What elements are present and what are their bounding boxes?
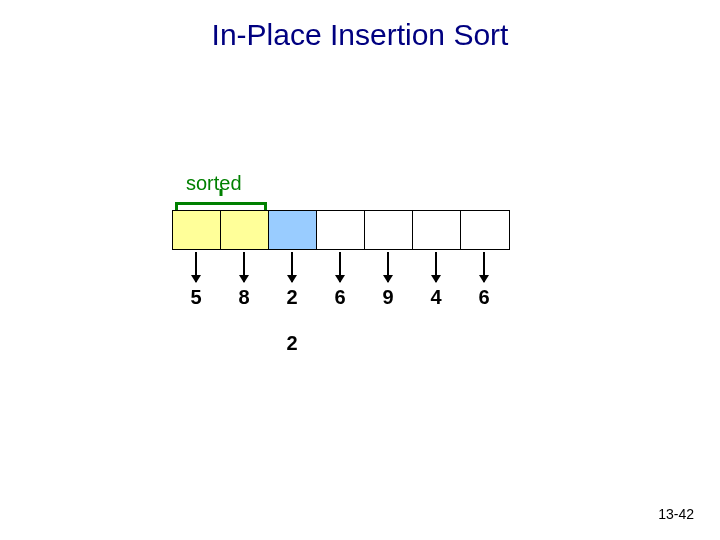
down-arrow-icon [483,252,485,282]
page-title: In-Place Insertion Sort [0,18,720,52]
array-cell [173,211,221,249]
down-arrow-icon [435,252,437,282]
array-value: 6 [460,286,508,309]
down-arrow-icon [291,252,293,282]
sorted-bracket [175,196,267,208]
array-cell [317,211,365,249]
array-cell [269,211,317,249]
array-cell [365,211,413,249]
array-value: 4 [412,286,460,309]
down-arrow-icon [195,252,197,282]
array-value: 8 [220,286,268,309]
held-value: 2 [268,332,316,355]
slide-number: 13-42 [658,506,694,522]
array-value: 9 [364,286,412,309]
array-cell [221,211,269,249]
down-arrow-icon [243,252,245,282]
array-cell [461,211,509,249]
down-arrow-icon [339,252,341,282]
array-value: 5 [172,286,220,309]
array-cell [413,211,461,249]
sorted-label: sorted [186,172,242,195]
down-arrow-icon [387,252,389,282]
array-row [172,210,510,250]
array-value: 2 [268,286,316,309]
array-value: 6 [316,286,364,309]
